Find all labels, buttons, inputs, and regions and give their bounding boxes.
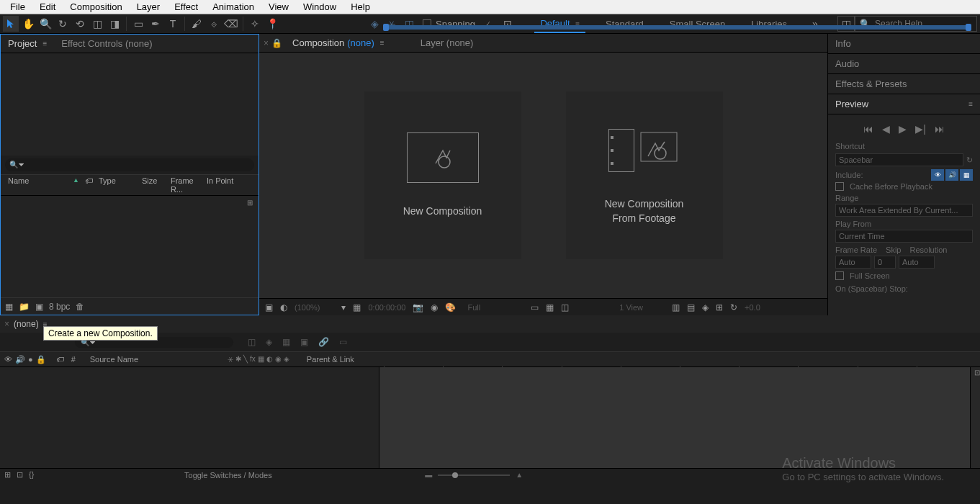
col-size[interactable]: Size: [139, 176, 168, 194]
3dview-icon[interactable]: ◫: [561, 302, 569, 312]
eye-icon[interactable]: 👁: [4, 355, 12, 364]
exposure-value[interactable]: +0.0: [745, 303, 760, 312]
reset-icon[interactable]: ↻: [730, 302, 737, 312]
col-type[interactable]: Type: [96, 176, 139, 194]
lock-icon[interactable]: 🔒: [271, 38, 282, 48]
tl-icon4[interactable]: ▣: [300, 337, 308, 347]
skip-select[interactable]: 0: [874, 256, 896, 269]
fx-icon[interactable]: fx: [250, 355, 256, 364]
tag-icon[interactable]: 🏷: [82, 176, 96, 194]
brush-tool-icon[interactable]: 🖌: [189, 16, 204, 32]
composition-tab[interactable]: Composition (none) ≡: [285, 35, 392, 51]
solo-icon[interactable]: ●: [28, 355, 33, 364]
orbit-tool-icon[interactable]: ↻: [55, 16, 71, 32]
mask-icon[interactable]: ▣: [265, 302, 273, 312]
preview-section[interactable]: Preview ≡: [828, 94, 980, 114]
col-framerate[interactable]: Frame R...: [168, 176, 204, 194]
tl-icon2[interactable]: ◈: [266, 337, 272, 347]
zoom-out-icon[interactable]: ▬: [425, 471, 432, 479]
shy-icon[interactable]: ⚹: [228, 355, 233, 364]
col-name[interactable]: Name: [5, 176, 70, 194]
hamburger-icon[interactable]: ≡: [380, 39, 385, 47]
parent-link-col[interactable]: Parent & Link: [307, 355, 354, 364]
adjust-icon[interactable]: ◉: [275, 355, 282, 364]
last-frame-icon[interactable]: ⏭: [935, 123, 945, 135]
include-overlay-icon[interactable]: ▦: [960, 169, 973, 181]
tl-footer-icon1[interactable]: ⊞: [4, 470, 11, 480]
zoom-slider[interactable]: [438, 474, 510, 476]
view1-icon[interactable]: ▥: [672, 302, 680, 312]
menu-layer[interactable]: Layer: [130, 0, 168, 14]
roto-tool-icon[interactable]: ✧: [247, 16, 263, 32]
new-composition-card[interactable]: New Composition: [364, 91, 522, 260]
panbehind-tool-icon[interactable]: ◨: [107, 16, 122, 32]
workspace-smallscreen[interactable]: Small Screen: [664, 16, 731, 32]
alpha-icon[interactable]: ◐: [280, 302, 287, 312]
first-frame-icon[interactable]: ⏮: [863, 123, 873, 135]
col-inpoint[interactable]: In Point: [204, 176, 236, 194]
frameblend-icon[interactable]: ▦: [258, 355, 264, 364]
color-icon[interactable]: 🎨: [445, 302, 456, 312]
menu-window[interactable]: Window: [296, 0, 343, 14]
resolution-select[interactable]: Auto: [899, 256, 935, 269]
selection-tool-icon[interactable]: [3, 16, 19, 32]
timeline-track-area[interactable]: ⊡: [379, 367, 980, 468]
shortcut-select[interactable]: Spacebar: [835, 153, 963, 166]
flowchart-icon[interactable]: ⊞: [247, 199, 253, 207]
view2-icon[interactable]: ▤: [687, 302, 695, 312]
3d-tool-icon[interactable]: ◈: [367, 16, 382, 32]
menu-view[interactable]: View: [261, 0, 296, 14]
tl-icon1[interactable]: ◫: [248, 337, 256, 347]
eraser-tool-icon[interactable]: ⌫: [223, 16, 239, 32]
clone-tool-icon[interactable]: ⟐: [206, 16, 222, 32]
prev-frame-icon[interactable]: ◀: [882, 123, 890, 135]
view-count[interactable]: 1 View: [619, 303, 643, 312]
effect-controls-tab[interactable]: Effect Controls (none): [54, 35, 159, 52]
audio-section[interactable]: Audio: [828, 54, 980, 74]
tl-icon3[interactable]: ▦: [282, 337, 290, 347]
cache-checkbox[interactable]: [835, 182, 844, 191]
3d-icon[interactable]: ◈: [284, 355, 289, 364]
timeline-tab[interactable]: (none): [14, 319, 39, 329]
rectangle-tool-icon[interactable]: ▭: [130, 16, 146, 32]
new-composition-from-footage-card[interactable]: New Composition From Footage: [565, 91, 724, 260]
interpret-icon[interactable]: ▦: [5, 302, 13, 312]
rotate-tool-icon[interactable]: ⟲: [72, 16, 88, 32]
lock-col-icon[interactable]: 🔒: [36, 355, 46, 364]
range-select[interactable]: Work Area Extended By Current...: [835, 204, 973, 217]
tl-icon6[interactable]: ▭: [339, 337, 347, 347]
hamburger-icon[interactable]: ≡: [42, 40, 47, 48]
transparency-icon[interactable]: ▦: [546, 302, 554, 312]
menu-composition[interactable]: Composition: [63, 0, 129, 14]
zoom-value[interactable]: (100%): [295, 303, 320, 312]
tl-icon5[interactable]: 🔗: [318, 337, 329, 347]
tl-footer-icon3[interactable]: {}: [29, 470, 34, 480]
toggle-switches-modes[interactable]: Toggle Switches / Modes: [38, 471, 418, 480]
source-name-col[interactable]: Source Name: [90, 355, 138, 364]
snap-toggle-icon[interactable]: ⊡: [974, 369, 980, 377]
menu-help[interactable]: Help: [343, 0, 377, 14]
close-tab-icon[interactable]: ×: [4, 319, 9, 329]
next-frame-icon[interactable]: ▶|: [915, 123, 926, 135]
quality-icon[interactable]: ╲: [243, 355, 248, 364]
menu-file[interactable]: File: [3, 0, 32, 14]
reset-icon[interactable]: ↻: [966, 156, 973, 165]
menu-effect[interactable]: Effect: [167, 0, 205, 14]
tl-footer-icon2[interactable]: ⊡: [17, 470, 23, 480]
info-section[interactable]: Info: [828, 34, 980, 54]
view4-icon[interactable]: ⊞: [716, 302, 723, 312]
close-tab-icon[interactable]: ×: [264, 38, 269, 48]
hand-tool-icon[interactable]: ✋: [20, 16, 36, 32]
hamburger-icon[interactable]: ≡: [968, 100, 973, 108]
include-audio-icon[interactable]: 🔊: [945, 169, 958, 181]
collapse-icon[interactable]: ✱: [235, 355, 241, 364]
menu-animation[interactable]: Animation: [205, 0, 261, 14]
include-video-icon[interactable]: 👁: [931, 169, 944, 181]
camera-tool-icon[interactable]: ◫: [89, 16, 105, 32]
view3-icon[interactable]: ◈: [702, 302, 709, 312]
trash-icon[interactable]: 🗑: [76, 302, 84, 312]
workspace-default[interactable]: Default ≡: [534, 15, 585, 33]
zoom-tool-icon[interactable]: 🔍: [37, 16, 53, 32]
work-area-bar[interactable]: [385, 25, 970, 30]
framerate-select[interactable]: Auto: [835, 256, 871, 269]
